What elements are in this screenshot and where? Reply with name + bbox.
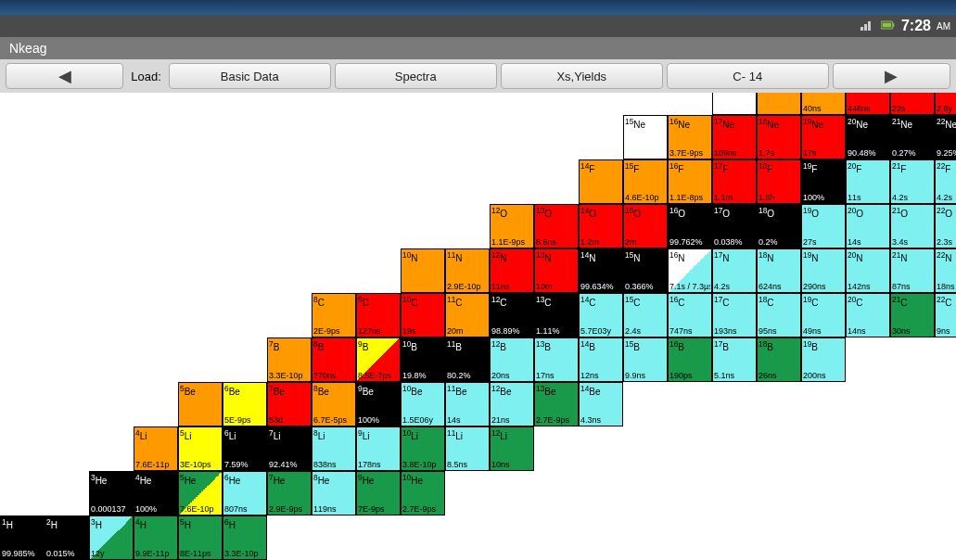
nuclide-cell[interactable]: 17Ne109ns [712, 115, 757, 159]
nuclide-cell[interactable]: 21C30ns [890, 293, 935, 337]
nuclide-cell[interactable]: 20O14s [846, 204, 890, 248]
tab-basic-data[interactable]: Basic Data [169, 63, 331, 89]
nuclide-cell[interactable]: 8B770ns [312, 337, 356, 382]
nuclide-cell[interactable]: 15B9.9ns [623, 337, 668, 382]
nuclide-cell[interactable]: 13N10m [534, 248, 579, 293]
nuclide-cell[interactable]: 4H9.9E-11p [134, 515, 178, 560]
nuclide-cell[interactable]: 18O0.2% [757, 204, 801, 248]
nuclide-cell[interactable]: 13B17ns [534, 337, 579, 382]
nuclide-cell[interactable]: 10Be1.5E06y [401, 382, 445, 426]
nuclide-cell[interactable]: 12O1.1E-9ps [490, 204, 534, 248]
nuclide-cell[interactable]: 22F4.2s [935, 159, 956, 204]
nuclide-cell[interactable]: 12N11ns [490, 248, 534, 293]
nuclide-cell[interactable]: 17B5.1ns [712, 337, 757, 382]
nuclide-cell[interactable]: 18B26ns [757, 337, 801, 382]
nuclide-cell[interactable]: 7Li92.41% [267, 426, 312, 471]
nuclide-cell[interactable]: 21Ne0.27% [890, 115, 935, 159]
nuclide-cell[interactable]: 6Be5E-9ps [223, 382, 267, 426]
nuclide-cell[interactable]: 17O0.038% [712, 204, 757, 248]
nuclide-chart[interactable]: 1H99.985%2H0.015%3H12y4H9.9E-11p5H8E-11p… [0, 93, 956, 560]
nuclide-cell[interactable]: 17N4.2s [712, 248, 757, 293]
nuclide-cell[interactable]: 2H0.015% [45, 515, 89, 560]
nuclide-cell[interactable]: 10B19.8% [401, 337, 445, 382]
nuclide-cell[interactable]: 11B80.2% [445, 337, 490, 382]
nuclide-cell[interactable]: 19B200ns [801, 337, 846, 382]
prev-button[interactable]: ◀ [6, 63, 123, 89]
nuclide-cell[interactable]: 1H99.985% [0, 515, 45, 560]
next-button[interactable]: ▶ [833, 63, 950, 89]
nuclide-cell[interactable]: 9C127ns [356, 293, 401, 337]
nuclide-cell[interactable]: 8He119ns [312, 471, 356, 515]
nuclide-cell[interactable]: 21Na22s [890, 93, 935, 115]
nuclide-cell[interactable]: 15N0.366% [623, 248, 668, 293]
nuclide-cell[interactable]: 3He0.000137 [89, 471, 134, 515]
nuclide-cell[interactable]: 15Ne [623, 115, 668, 159]
tab-c14[interactable]: C- 14 [667, 63, 829, 89]
nuclide-cell[interactable]: 18N624ns [757, 248, 801, 293]
nuclide-cell[interactable]: 10C19s [401, 293, 445, 337]
nuclide-cell[interactable]: 21F4.2s [890, 159, 935, 204]
nuclide-cell[interactable]: 13O8.6ns [534, 204, 579, 248]
nuclide-cell[interactable]: 21O3.4s [890, 204, 935, 248]
nuclide-cell[interactable]: 19Na40ns [801, 93, 846, 115]
nuclide-cell[interactable]: 8Be6.7E-5ps [312, 382, 356, 426]
nuclide-cell[interactable]: 3H12y [89, 515, 134, 560]
nuclide-cell[interactable]: 22Ne9.25% [935, 115, 956, 159]
nuclide-cell[interactable]: 14O1.2m [579, 204, 623, 248]
nuclide-cell[interactable]: 19O27s [801, 204, 846, 248]
nuclide-cell[interactable]: 21N87ns [890, 248, 935, 293]
nuclide-cell[interactable]: 19C49ns [801, 293, 846, 337]
nuclide-cell[interactable]: 6H3.3E-10p [223, 515, 267, 560]
nuclide-cell[interactable]: 5Li3E-10ps [178, 426, 223, 471]
nuclide-cell[interactable]: 20C14ns [846, 293, 890, 337]
nuclide-cell[interactable]: 6Li7.59% [223, 426, 267, 471]
nuclide-cell[interactable]: 4Li7.6E-11p [134, 426, 178, 471]
nuclide-cell[interactable]: 10Li3.8E-10p [401, 426, 445, 471]
nuclide-cell[interactable]: 17F1.1m [712, 159, 757, 204]
nuclide-cell[interactable]: 22N18ns [935, 248, 956, 293]
nuclide-cell[interactable]: 5He7.6E-10p [178, 471, 223, 515]
nuclide-cell[interactable]: 14B12ns [579, 337, 623, 382]
nuclide-cell[interactable]: 10He2.7E-9ps [401, 471, 445, 515]
nuclide-cell[interactable]: 18F1.8h [757, 159, 801, 204]
nuclide-cell[interactable]: 15F4.6E-10p [623, 159, 668, 204]
nuclide-cell[interactable]: 7B3.3E-10p [267, 337, 312, 382]
nuclide-cell[interactable]: 16N7.1s / 7.3µs [668, 248, 712, 293]
nuclide-cell[interactable]: 14N99.634% [579, 248, 623, 293]
nuclide-cell[interactable]: 20F11s [846, 159, 890, 204]
nuclide-cell[interactable]: 4He100% [134, 471, 178, 515]
nuclide-cell[interactable]: 16O99.762% [668, 204, 712, 248]
nuclide-cell[interactable]: 16Ne3.7E-9ps [668, 115, 712, 159]
nuclide-cell[interactable]: 14Be4.3ns [579, 382, 623, 426]
nuclide-cell[interactable]: 6He807ns [223, 471, 267, 515]
nuclide-cell[interactable]: 20Ne90.48% [846, 115, 890, 159]
nuclide-cell[interactable]: 19N290ns [801, 248, 846, 293]
nuclide-cell[interactable]: 9He7E-9ps [356, 471, 401, 515]
nuclide-cell[interactable]: 12B20ns [490, 337, 534, 382]
nuclide-cell[interactable]: 15O2m [623, 204, 668, 248]
nuclide-cell[interactable]: 17C193ns [712, 293, 757, 337]
nuclide-cell[interactable]: 18Ne1.7s [757, 115, 801, 159]
tab-xs-yields[interactable]: Xs,Yields [501, 63, 663, 89]
nuclide-cell[interactable]: 7He2.9E-9ps [267, 471, 312, 515]
nuclide-cell[interactable]: 19Ne17s [801, 115, 846, 159]
nuclide-cell[interactable]: 9Be100% [356, 382, 401, 426]
nuclide-cell[interactable]: 16B190ps [668, 337, 712, 382]
nuclide-cell[interactable]: 20N142ns [846, 248, 890, 293]
nuclide-cell[interactable]: 10N [401, 248, 445, 293]
nuclide-cell[interactable]: 11N2.9E-10p [445, 248, 490, 293]
nuclide-cell[interactable]: 18C95ns [757, 293, 801, 337]
nuclide-cell[interactable]: 16C747ns [668, 293, 712, 337]
nuclide-cell[interactable]: 8C2E-9ps [312, 293, 356, 337]
nuclide-cell[interactable]: 5Be [178, 382, 223, 426]
nuclide-cell[interactable]: 12C98.89% [490, 293, 534, 337]
nuclide-cell[interactable]: 8Li838ns [312, 426, 356, 471]
nuclide-cell[interactable]: 11Li8.5ns [445, 426, 490, 471]
nuclide-cell[interactable]: 11C20m [445, 293, 490, 337]
nuclide-cell[interactable]: 14F [579, 159, 623, 204]
nuclide-cell[interactable]: 22O2.3s [935, 204, 956, 248]
nuclide-cell[interactable]: 22Na2.6y [935, 93, 956, 115]
nuclide-cell[interactable]: 5H8E-11ps [178, 515, 223, 560]
nuclide-cell[interactable]: 13Be2.7E-9ps [534, 382, 579, 426]
nuclide-cell[interactable]: 12Be21ns [490, 382, 534, 426]
